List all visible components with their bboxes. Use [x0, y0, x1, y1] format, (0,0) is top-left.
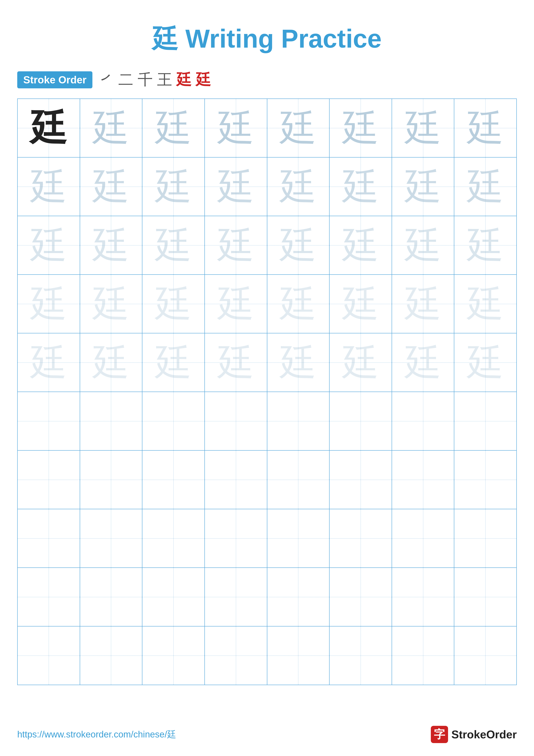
- grid-cell-5-5[interactable]: 廷: [267, 334, 330, 392]
- grid-cell-3-8[interactable]: 廷: [454, 216, 517, 274]
- grid-cell-3-1[interactable]: 廷: [18, 216, 80, 274]
- grid-row-2: 廷 廷 廷 廷 廷 廷 廷 廷: [18, 157, 517, 216]
- grid-cell-10-8[interactable]: [454, 627, 517, 685]
- grid-cell-4-7[interactable]: 廷: [392, 275, 454, 333]
- grid-cell-8-3[interactable]: [142, 509, 205, 567]
- grid-cell-5-2[interactable]: 廷: [80, 334, 142, 392]
- grid-cell-8-5[interactable]: [267, 509, 330, 567]
- grid-cell-7-1[interactable]: [18, 451, 80, 509]
- grid-cell-1-1[interactable]: 廷: [18, 99, 80, 157]
- grid-cell-2-1[interactable]: 廷: [18, 157, 80, 216]
- grid-cell-4-2[interactable]: 廷: [80, 275, 142, 333]
- grid-cell-7-3[interactable]: [142, 451, 205, 509]
- grid-cell-5-7[interactable]: 廷: [392, 334, 454, 392]
- grid-cell-7-8[interactable]: [454, 451, 517, 509]
- grid-cell-5-8[interactable]: 廷: [454, 334, 517, 392]
- grid-cell-1-2[interactable]: 廷: [80, 99, 142, 157]
- grid-cell-1-7[interactable]: 廷: [392, 99, 454, 157]
- grid-cell-7-5[interactable]: [267, 451, 330, 509]
- grid-cell-3-3[interactable]: 廷: [142, 216, 205, 274]
- grid-cell-4-4[interactable]: 廷: [205, 275, 267, 333]
- grid-cell-2-5[interactable]: 廷: [267, 157, 330, 216]
- grid-cell-5-6[interactable]: 廷: [330, 334, 392, 392]
- char-guide: 廷: [30, 285, 67, 322]
- grid-cell-4-1[interactable]: 廷: [18, 275, 80, 333]
- grid-cell-8-4[interactable]: [205, 509, 267, 567]
- grid-cell-3-4[interactable]: 廷: [205, 216, 267, 274]
- char-guide: 廷: [280, 168, 317, 205]
- char-guide: 廷: [217, 227, 254, 263]
- grid-cell-8-1[interactable]: [18, 509, 80, 567]
- grid-cell-3-7[interactable]: 廷: [392, 216, 454, 274]
- grid-cell-10-7[interactable]: [392, 627, 454, 685]
- grid-cell-2-6[interactable]: 廷: [330, 157, 392, 216]
- grid-cell-9-3[interactable]: [142, 568, 205, 626]
- grid-row-7: [18, 451, 517, 509]
- grid-cell-2-8[interactable]: 廷: [454, 157, 517, 216]
- grid-cell-10-3[interactable]: [142, 627, 205, 685]
- char-guide: 廷: [155, 110, 192, 146]
- grid-cell-6-3[interactable]: [142, 392, 205, 450]
- grid-cell-1-6[interactable]: 廷: [330, 99, 392, 157]
- grid-cell-9-5[interactable]: [267, 568, 330, 626]
- grid-cell-10-1[interactable]: [18, 627, 80, 685]
- grid-cell-6-6[interactable]: [330, 392, 392, 450]
- grid-cell-10-4[interactable]: [205, 627, 267, 685]
- grid-cell-6-4[interactable]: [205, 392, 267, 450]
- grid-cell-2-3[interactable]: 廷: [142, 157, 205, 216]
- grid-cell-7-4[interactable]: [205, 451, 267, 509]
- grid-cell-7-2[interactable]: [80, 451, 142, 509]
- grid-cell-1-8[interactable]: 廷: [454, 99, 517, 157]
- grid-cell-3-2[interactable]: 廷: [80, 216, 142, 274]
- grid-cell-5-4[interactable]: 廷: [205, 334, 267, 392]
- grid-cell-4-5[interactable]: 廷: [267, 275, 330, 333]
- grid-cell-1-5[interactable]: 廷: [267, 99, 330, 157]
- grid-cell-6-2[interactable]: [80, 392, 142, 450]
- grid-cell-4-6[interactable]: 廷: [330, 275, 392, 333]
- grid-cell-2-7[interactable]: 廷: [392, 157, 454, 216]
- grid-cell-8-2[interactable]: [80, 509, 142, 567]
- stroke-3: 千: [138, 69, 153, 90]
- grid-cell-6-1[interactable]: [18, 392, 80, 450]
- stroke-1: ㇒: [99, 69, 114, 90]
- footer-url[interactable]: https://www.strokeorder.com/chinese/廷: [17, 728, 176, 741]
- grid-cell-3-5[interactable]: 廷: [267, 216, 330, 274]
- grid-cell-2-4[interactable]: 廷: [205, 157, 267, 216]
- grid-row-1: 廷 廷 廷 廷 廷 廷 廷 廷: [18, 99, 517, 157]
- char-guide: 廷: [217, 168, 254, 205]
- char-guide: 廷: [467, 168, 504, 205]
- grid-cell-5-3[interactable]: 廷: [142, 334, 205, 392]
- grid-cell-1-4[interactable]: 廷: [205, 99, 267, 157]
- grid-cell-1-3[interactable]: 廷: [142, 99, 205, 157]
- grid-cell-6-8[interactable]: [454, 392, 517, 450]
- char-guide: 廷: [217, 110, 254, 146]
- grid-cell-9-8[interactable]: [454, 568, 517, 626]
- stroke-6: 廷: [196, 69, 211, 90]
- char-guide: 廷: [405, 110, 441, 146]
- grid-cell-8-8[interactable]: [454, 509, 517, 567]
- grid-cell-6-7[interactable]: [392, 392, 454, 450]
- grid-cell-8-6[interactable]: [330, 509, 392, 567]
- char-guide: 廷: [342, 110, 379, 146]
- page-container: 廷 Writing Practice Stroke Order ㇒ 二 千 王 …: [0, 0, 534, 756]
- grid-cell-7-6[interactable]: [330, 451, 392, 509]
- grid-cell-7-7[interactable]: [392, 451, 454, 509]
- grid-cell-9-7[interactable]: [392, 568, 454, 626]
- grid-cell-2-2[interactable]: 廷: [80, 157, 142, 216]
- grid-cell-9-1[interactable]: [18, 568, 80, 626]
- grid-cell-9-6[interactable]: [330, 568, 392, 626]
- grid-cell-4-3[interactable]: 廷: [142, 275, 205, 333]
- grid-cell-5-1[interactable]: 廷: [18, 334, 80, 392]
- grid-cell-9-4[interactable]: [205, 568, 267, 626]
- grid-cell-10-2[interactable]: [80, 627, 142, 685]
- grid-row-3: 廷 廷 廷 廷 廷 廷 廷 廷: [18, 216, 517, 275]
- grid-cell-9-2[interactable]: [80, 568, 142, 626]
- grid-cell-10-6[interactable]: [330, 627, 392, 685]
- grid-cell-4-8[interactable]: 廷: [454, 275, 517, 333]
- char-guide: 廷: [217, 285, 254, 322]
- char-guide: 廷: [342, 285, 379, 322]
- grid-cell-6-5[interactable]: [267, 392, 330, 450]
- grid-cell-3-6[interactable]: 廷: [330, 216, 392, 274]
- grid-cell-10-5[interactable]: [267, 627, 330, 685]
- grid-cell-8-7[interactable]: [392, 509, 454, 567]
